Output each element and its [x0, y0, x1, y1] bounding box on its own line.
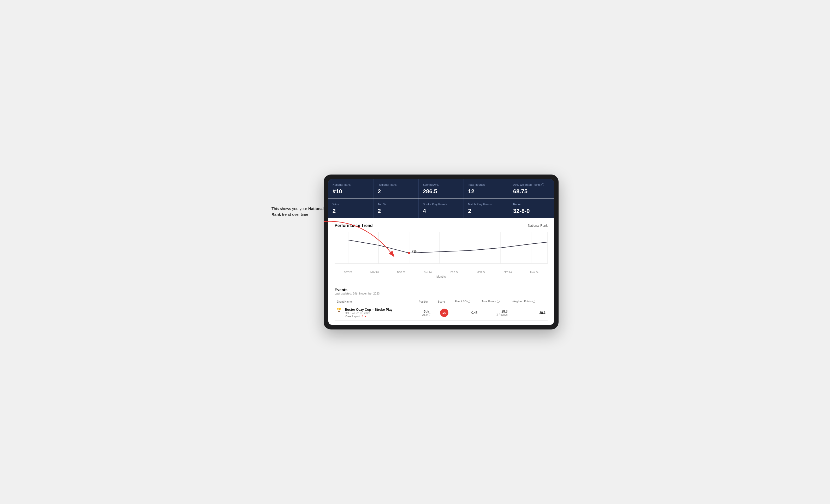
x-label-feb24: FEB 24 [441, 271, 468, 273]
stat-wins-label: Wins [332, 202, 369, 206]
stat-national-rank: National Rank #10 [328, 179, 373, 199]
events-last-updated: Last updated: 24th November 2023 [334, 292, 548, 295]
chart-axis-label: Months [334, 275, 548, 278]
total-points-sub: 3 Rounds [482, 313, 507, 316]
event-position-cell: 6th out of 7 [417, 305, 436, 321]
stat-match-play-events: Match Play Events 2 [464, 199, 509, 218]
position-sub: out of 7 [419, 313, 434, 316]
x-label-jan24: JAN 24 [414, 271, 441, 273]
stat-regional-rank-value: 2 [378, 188, 414, 195]
stat-stroke-play-value: 4 [423, 208, 459, 214]
stat-national-rank-value: #10 [332, 188, 369, 195]
events-table: Event Name Position Score Event SG ⓘ [334, 298, 548, 321]
event-score-cell: -22 [436, 305, 453, 321]
col-score: Score [436, 298, 453, 305]
weighted-points-cell: 28.3 [510, 305, 548, 321]
stat-national-rank-label: National Rank [332, 183, 369, 187]
stat-top3s-value: 2 [378, 208, 414, 214]
event-info: Buster Cozy Cup – Stroke Play Oct 9 – Oc… [345, 308, 392, 318]
performance-section: Performance Trend National Rank [328, 218, 554, 283]
stat-regional-rank-label: Regional Rank [378, 183, 414, 187]
chart-container: #10 [334, 232, 548, 269]
total-points-cell: 28.3 3 Rounds [479, 305, 509, 321]
rank-impact-value: 3 [362, 314, 363, 318]
stat-wins: Wins 2 [328, 199, 373, 218]
stat-scoring-avg: Scoring Avg. 286.5 [419, 179, 464, 199]
stat-total-rounds-value: 12 [468, 188, 505, 195]
stat-scoring-avg-value: 286.5 [423, 188, 459, 195]
events-section: Events Last updated: 24th November 2023 … [328, 283, 554, 325]
x-label-may24: MAY 24 [521, 271, 548, 273]
stat-match-play-label: Match Play Events [468, 202, 505, 206]
position-main: 6th [419, 309, 434, 313]
col-event-sg: Event SG ⓘ [453, 298, 479, 305]
table-row: 🏆 Buster Cozy Cup – Stroke Play Oct 9 – … [334, 305, 548, 321]
annotation-text: This shows you your National Rank trend … [272, 206, 329, 217]
stat-record-value: 32-8-0 [513, 208, 550, 214]
svg-text:#10: #10 [412, 250, 417, 253]
stat-scoring-avg-label: Scoring Avg. [423, 183, 459, 187]
tablet-screen: National Rank #10 Regional Rank 2 Scorin… [328, 179, 554, 325]
stat-wins-value: 2 [332, 208, 369, 214]
stat-regional-rank: Regional Rank 2 [374, 179, 418, 199]
col-position: Position [417, 298, 436, 305]
performance-right-label: National Rank [528, 224, 548, 228]
tablet-frame: National Rank #10 Regional Rank 2 Scorin… [324, 174, 558, 330]
event-position: 6th out of 7 [419, 309, 434, 316]
event-date: Oct 9 – Oct 10, 2023 [345, 311, 392, 314]
stat-avg-weighted-label: Avg. Weighted Points ⓘ [513, 183, 550, 187]
performance-chart: #10 [334, 232, 548, 269]
stat-stroke-play-label: Stroke Play Events [423, 202, 459, 206]
outer-wrapper: This shows you your National Rank trend … [272, 174, 558, 330]
events-header-row: Event Name Position Score Event SG ⓘ [334, 298, 548, 305]
annotation-before: This shows you your [272, 206, 308, 211]
stat-top3s: Top 3s 2 [374, 199, 418, 218]
stat-total-rounds-label: Total Rounds [468, 183, 505, 187]
events-table-body: 🏆 Buster Cozy Cup – Stroke Play Oct 9 – … [334, 305, 548, 321]
total-points-value: 28.3 [482, 310, 507, 313]
stat-record-label: Record [513, 202, 550, 206]
col-weighted-points: Weighted Points ⓘ [510, 298, 548, 305]
event-sg-cell: 0.45 [453, 305, 479, 321]
x-label-mar24: MAR 24 [468, 271, 494, 273]
svg-point-10 [408, 252, 410, 254]
chart-x-labels: OCT 23 NOV 23 DEC 23 JAN 24 FEB 24 MAR 2… [334, 270, 548, 274]
x-label-apr24: APR 24 [494, 271, 521, 273]
stat-top3s-label: Top 3s [378, 202, 414, 206]
event-icon: 🏆 [337, 308, 341, 312]
x-label-oct23: OCT 23 [334, 271, 361, 273]
event-sg-value: 0.45 [471, 311, 477, 314]
col-event-name: Event Name [334, 298, 417, 305]
stat-match-play-value: 2 [468, 208, 505, 214]
stat-avg-weighted-value: 68.75 [513, 188, 550, 195]
stat-stroke-play-events: Stroke Play Events 4 [419, 199, 464, 218]
x-label-nov23: NOV 23 [361, 271, 388, 273]
stats-grid-row1: National Rank #10 Regional Rank 2 Scorin… [328, 179, 554, 199]
event-rank-impact: Rank Impact: 3 ▼ [345, 314, 392, 318]
stat-total-rounds: Total Rounds 12 [464, 179, 509, 199]
event-name: Buster Cozy Cup – Stroke Play [345, 308, 392, 311]
stat-avg-weighted-points: Avg. Weighted Points ⓘ 68.75 [509, 179, 554, 199]
stat-record: Record 32-8-0 [509, 199, 554, 218]
score-badge: -22 [440, 309, 448, 317]
annotation-after: trend over time [281, 212, 308, 216]
rank-impact-arrow: ▼ [364, 314, 367, 318]
event-name-cell: 🏆 Buster Cozy Cup – Stroke Play Oct 9 – … [334, 305, 417, 321]
stats-grid-row2: Wins 2 Top 3s 2 Stroke Play Events 4 Mat… [328, 199, 554, 218]
events-title: Events [334, 288, 548, 292]
col-total-points: Total Points ⓘ [479, 298, 509, 305]
weighted-points-value: 28.3 [540, 311, 545, 314]
x-label-dec23: DEC 23 [388, 271, 414, 273]
performance-title: Performance Trend [334, 223, 373, 228]
performance-header: Performance Trend National Rank [334, 223, 548, 228]
events-table-header: Event Name Position Score Event SG ⓘ [334, 298, 548, 305]
